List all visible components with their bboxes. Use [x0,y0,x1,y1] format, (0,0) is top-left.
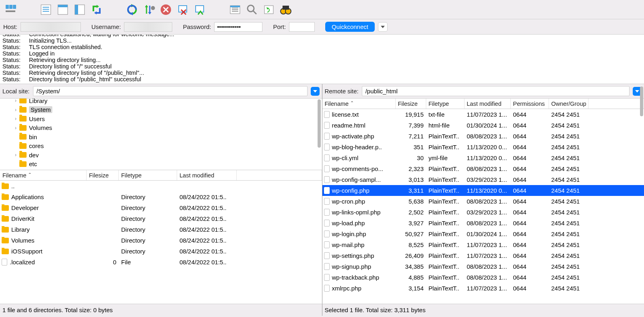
tree-item[interactable]: ›Volumes [0,124,322,133]
file-icon [324,111,330,118]
password-label: Password: [183,23,211,30]
cancel-icon[interactable] [159,2,173,17]
remote-file-list[interactable]: Filenameˆ Filesize Filetype Last modifie… [322,99,644,304]
file-row[interactable]: wp-comments-po...2,323PlainTextT..08/08/… [322,163,644,174]
local-pane: Local site: ›Library›System›Users›Volume… [0,84,322,304]
quickconnect-history-dropdown[interactable] [378,22,388,32]
file-row[interactable]: .localized0File08/24/2022 01:5.. [0,257,322,268]
file-icon [324,220,330,226]
port-input[interactable] [289,22,315,32]
file-row[interactable]: wp-config.php3,311PlainTextT..11/13/2020… [322,185,644,196]
username-input[interactable] [124,22,172,32]
password-input[interactable] [214,22,262,32]
tree-item[interactable]: ›Library [0,99,322,105]
file-row[interactable]: license.txt19,915txt-file11/07/2023 1...… [322,109,644,120]
file-row[interactable]: wp-links-opml.php2,502PlainTextT..03/29/… [322,207,644,218]
refresh-icon[interactable] [125,2,139,17]
folder-icon [19,116,27,121]
folder-icon [2,205,9,211]
log-line: Status:Logged in [2,51,642,57]
file-row[interactable]: LibraryDirectory08/24/2022 01:5.. [0,224,322,235]
folder-icon [19,152,27,158]
tree-item[interactable]: cores [0,142,322,151]
file-icon [324,165,330,172]
filter-icon[interactable] [228,2,242,17]
file-row[interactable]: wp-signup.php34,385PlainTextT..08/08/202… [322,261,644,272]
toggle-remote-tree-icon[interactable] [72,2,87,17]
svg-rect-1 [9,5,12,9]
remote-columns[interactable]: Filenameˆ Filesize Filetype Last modifie… [322,99,644,109]
remote-path-input[interactable] [362,86,630,96]
file-row[interactable]: VolumesDirectory08/24/2022 01:5.. [0,235,322,246]
local-path-input[interactable] [33,86,308,96]
host-label: Host: [3,23,17,30]
toggle-log-icon[interactable] [39,2,53,17]
quickconnect-button[interactable]: Quickconnect [325,22,375,32]
file-row[interactable]: wp-config-sampl...3,013PlainTextT..03/29… [322,174,644,185]
file-row[interactable]: xmlrpc.php3,154PlainTextT..11/07/2023 1.… [322,283,644,294]
file-icon [324,263,330,270]
file-row[interactable]: wp-login.php50,927PlainTextT..01/30/2024… [322,228,644,239]
toggle-local-tree-icon[interactable] [56,2,70,17]
file-row[interactable]: ApplicationsDirectory08/24/2022 01:5.. [0,191,322,202]
file-row[interactable]: wp-trackback.php4,885PlainTextT..08/08/2… [322,272,644,283]
file-icon [324,176,330,183]
file-icon [324,252,330,259]
file-row[interactable]: .. [0,181,322,191]
file-row[interactable]: wp-load.php3,927PlainTextT..08/08/2023 1… [322,218,644,228]
svg-rect-2 [13,5,16,9]
file-row[interactable]: DeveloperDirectory08/24/2022 01:5.. [0,202,322,213]
svg-marker-38 [381,26,385,28]
file-icon [324,241,330,248]
folder-icon [2,183,9,189]
log-line: Status:Connection established, waiting f… [2,35,642,38]
host-input[interactable] [21,22,81,32]
disconnect-icon[interactable] [175,2,190,17]
folder-icon [19,99,27,103]
file-icon [324,154,330,161]
remote-site-label: Remote site: [325,88,359,95]
compare-icon[interactable] [262,2,276,17]
svg-rect-25 [196,6,204,12]
file-row[interactable]: wp-cli.yml30yml-file11/13/2020 0...06442… [322,152,644,163]
tree-item[interactable]: ›System [0,105,322,115]
process-queue-icon[interactable] [142,2,156,17]
file-row[interactable]: wp-blog-header.p..351PlainTextT..11/13/2… [322,142,644,152]
toggle-queue-icon[interactable] [89,2,104,17]
local-file-list[interactable]: Filenameˆ Filesize Filetype Last modifie… [0,170,322,304]
remote-status: Selected 1 file. Total size: 3,311 bytes [322,304,644,316]
file-row[interactable]: wp-settings.php26,409PlainTextT..11/07/2… [322,250,644,261]
sitemanager-icon[interactable] [3,2,18,17]
reconnect-icon[interactable] [192,2,207,17]
file-row[interactable]: readme.html7,399html-file01/30/2024 1...… [322,120,644,131]
svg-point-18 [151,6,155,10]
file-row[interactable]: DriverKitDirectory08/24/2022 01:5.. [0,213,322,224]
svg-rect-9 [58,5,68,7]
file-row[interactable]: wp-activate.php7,211PlainTextT..08/08/20… [322,131,644,142]
message-log[interactable]: Status:Connection established, waiting f… [0,35,644,84]
folder-icon [2,194,9,200]
binoculars-icon[interactable] [279,2,293,17]
remote-site-bar: Remote site: [322,84,644,99]
local-path-dropdown[interactable] [311,87,320,96]
scrollbar[interactable] [640,86,643,116]
svg-rect-30 [230,6,240,7]
tree-item[interactable]: ›Users [0,114,322,124]
file-row[interactable]: wp-cron.php5,638PlainTextT..08/08/2023 1… [322,196,644,207]
scrollbar[interactable] [318,99,321,148]
folder-icon [2,249,9,254]
file-row[interactable]: wp-mail.php8,525PlainTextT..11/07/2023 1… [322,239,644,250]
folder-icon [19,161,27,167]
file-row[interactable]: iOSSupportDirectory08/24/2022 01:5.. [0,246,322,257]
local-tree[interactable]: ›Library›System›Users›Volumesbincores›de… [0,99,322,170]
search-icon[interactable] [245,2,259,17]
svg-marker-17 [148,12,151,14]
tree-item[interactable]: ›dev [0,150,322,160]
status-bars: 1 file and 6 directories. Total size: 0 … [0,304,644,316]
tree-item[interactable]: bin [0,132,322,142]
folder-icon [19,125,27,131]
tree-item[interactable]: etc [0,160,322,169]
svg-point-31 [248,5,254,12]
local-columns[interactable]: Filenameˆ Filesize Filetype Last modifie… [0,170,322,181]
svg-rect-3 [6,10,15,12]
